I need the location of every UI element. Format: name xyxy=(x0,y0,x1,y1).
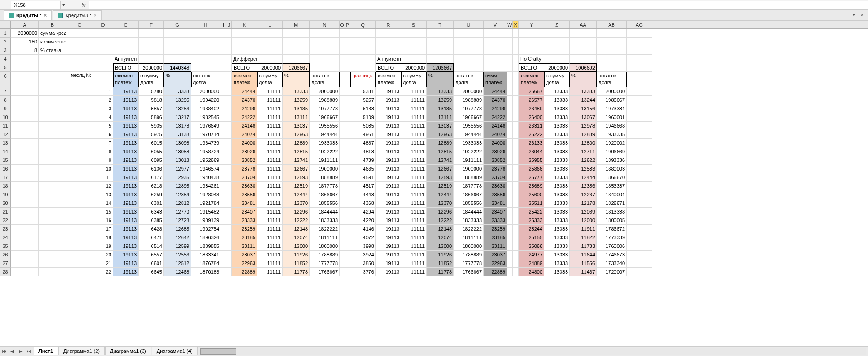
cell[interactable] xyxy=(221,147,226,156)
cell[interactable]: 4665 xyxy=(350,165,376,173)
cell[interactable] xyxy=(221,139,226,147)
cell[interactable]: 11111 xyxy=(257,96,283,104)
cell[interactable] xyxy=(283,38,310,46)
cell[interactable]: 6218 xyxy=(139,182,164,190)
cell[interactable] xyxy=(340,190,345,199)
cell[interactable]: 11111 xyxy=(257,139,283,147)
cell[interactable]: 11111 xyxy=(257,233,283,242)
cell[interactable]: остаток долга xyxy=(310,72,340,87)
cell[interactable] xyxy=(191,55,221,63)
cell[interactable]: 11111 xyxy=(401,87,427,96)
cell[interactable] xyxy=(597,38,627,46)
cell[interactable] xyxy=(39,208,66,216)
cell[interactable] xyxy=(283,55,310,63)
cell[interactable]: 1876784 xyxy=(191,259,221,268)
cell[interactable]: 2000000 xyxy=(597,87,627,96)
cell[interactable]: 1976649 xyxy=(191,122,221,130)
cell[interactable] xyxy=(221,46,226,55)
cell[interactable] xyxy=(39,63,66,72)
cell[interactable]: 1844444 xyxy=(454,208,484,216)
cell[interactable]: 11111 xyxy=(257,268,283,276)
cell[interactable] xyxy=(221,63,226,72)
tab-close-icon[interactable]: × xyxy=(43,12,47,19)
cell[interactable] xyxy=(310,38,340,46)
cell[interactable]: 19113 xyxy=(113,156,139,165)
cell[interactable] xyxy=(39,156,66,165)
cell[interactable] xyxy=(340,63,345,72)
cell[interactable] xyxy=(513,165,519,173)
cell[interactable] xyxy=(226,242,232,251)
cell[interactable]: ВСЕГО xyxy=(232,63,257,72)
cell[interactable]: 12812 xyxy=(164,199,191,208)
cell[interactable] xyxy=(93,63,113,72)
cell[interactable] xyxy=(66,130,93,139)
cell[interactable]: 3 xyxy=(93,104,113,113)
cell[interactable]: 26222 xyxy=(519,130,544,139)
cell[interactable] xyxy=(427,29,454,38)
cell[interactable]: 12370 xyxy=(283,199,310,208)
cell[interactable] xyxy=(11,63,39,72)
cell[interactable]: 11111 xyxy=(401,216,427,225)
cell[interactable]: 23333 xyxy=(232,216,257,225)
cell[interactable] xyxy=(221,96,226,104)
cell[interactable] xyxy=(283,46,310,55)
cell[interactable]: 12000 xyxy=(570,216,597,225)
cell[interactable] xyxy=(66,29,93,38)
column-header[interactable]: R xyxy=(376,21,401,28)
cell[interactable]: 23333 xyxy=(484,216,507,225)
cell[interactable] xyxy=(226,139,232,147)
cell[interactable]: 1883341 xyxy=(191,251,221,259)
cell[interactable]: 13333 xyxy=(544,139,570,147)
cell[interactable]: 12296 xyxy=(427,208,454,216)
cell[interactable] xyxy=(232,29,257,38)
cell[interactable]: 1720007 xyxy=(597,268,627,276)
cell[interactable] xyxy=(513,87,519,96)
sheet-tab[interactable]: Лист1 xyxy=(34,347,58,355)
cell[interactable]: 11111 xyxy=(401,182,427,190)
cell[interactable]: 12963 xyxy=(427,130,454,139)
sheet-nav-last-icon[interactable]: ⏭ xyxy=(24,348,33,354)
cell[interactable] xyxy=(513,63,519,72)
cell[interactable] xyxy=(507,199,513,208)
cell[interactable]: 26133 xyxy=(519,139,544,147)
fx-icon[interactable]: fx xyxy=(78,2,89,8)
cell[interactable] xyxy=(226,122,232,130)
cell[interactable]: 1766667 xyxy=(454,268,484,276)
cell[interactable]: 19113 xyxy=(113,242,139,251)
cell[interactable] xyxy=(340,216,345,225)
cell[interactable]: 1826671 xyxy=(597,199,627,208)
cell[interactable] xyxy=(507,216,513,225)
cell[interactable] xyxy=(513,259,519,268)
cell[interactable]: 13333 xyxy=(544,147,570,156)
cell[interactable] xyxy=(66,147,93,156)
cell[interactable] xyxy=(39,139,66,147)
cell[interactable]: 5257 xyxy=(350,96,376,104)
cell[interactable]: сумм платеж xyxy=(484,72,507,87)
cell[interactable]: 11852 xyxy=(283,259,310,268)
cell[interactable]: 2000000 xyxy=(310,87,340,96)
cell[interactable]: 1800000 xyxy=(454,242,484,251)
cell[interactable]: 12148 xyxy=(427,225,454,233)
cell[interactable] xyxy=(39,251,66,259)
cell[interactable]: 19113 xyxy=(113,233,139,242)
cell[interactable] xyxy=(454,55,484,63)
cell[interactable]: 12074 xyxy=(283,233,310,242)
cell[interactable]: 23704 xyxy=(484,173,507,182)
cell[interactable]: 12667 xyxy=(427,165,454,173)
name-box[interactable]: X158 xyxy=(11,1,61,9)
cell[interactable] xyxy=(39,55,66,63)
cell[interactable]: 26577 xyxy=(519,96,544,104)
cell[interactable]: 19113 xyxy=(113,268,139,276)
cell[interactable] xyxy=(66,122,93,130)
cell[interactable]: 13295 xyxy=(164,96,191,104)
cell[interactable]: 13037 xyxy=(283,122,310,130)
cell[interactable]: 24296 xyxy=(232,104,257,113)
cell[interactable]: 180 xyxy=(11,38,39,46)
cell[interactable] xyxy=(340,104,345,113)
cell[interactable]: 5818 xyxy=(139,96,164,104)
cell[interactable] xyxy=(11,165,39,173)
cell[interactable]: 13333 xyxy=(544,242,570,251)
cell[interactable]: 23407 xyxy=(484,208,507,216)
cell[interactable] xyxy=(507,182,513,190)
cell[interactable]: 1786672 xyxy=(597,225,627,233)
